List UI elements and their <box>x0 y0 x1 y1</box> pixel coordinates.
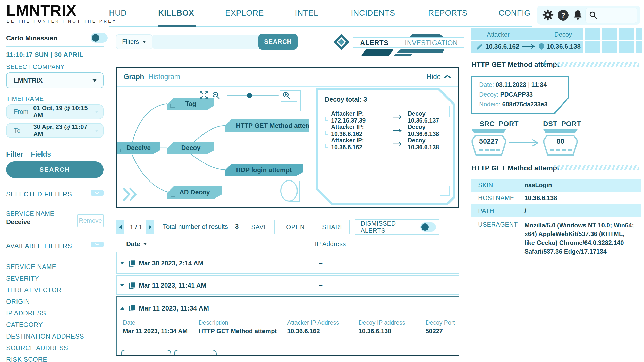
tab-filter[interactable]: Filter <box>6 150 23 158</box>
graph-node-http-get[interactable]: HTTP GET Method attempt <box>225 119 309 132</box>
row-action-tab[interactable] <box>121 350 171 355</box>
filters-dropdown[interactable]: Filters <box>116 34 152 49</box>
company-select[interactable]: LMNTRIX <box>6 72 104 88</box>
row-action-tab[interactable] <box>174 350 217 355</box>
kv-key: USERAGENT <box>478 217 524 258</box>
graph-node-rdp[interactable]: RDP login attempt <box>225 164 303 176</box>
decoy-row[interactable]: Attacker IP: 172.16.37.39 Decoy 10.36.6.… <box>325 110 455 124</box>
graph-canvas[interactable]: Tag HTTP GET Method attempt Deceive Deco… <box>117 87 309 207</box>
chevron-down-icon <box>143 243 147 245</box>
tab-graph[interactable]: Graph <box>124 73 144 81</box>
dismissed-alerts-toggle[interactable] <box>420 222 436 232</box>
zoom-out-icon[interactable] <box>212 91 221 101</box>
graph-node-ad-decoy[interactable]: AD Decoy <box>167 186 222 199</box>
expand-chevrons-icon[interactable] <box>121 186 139 203</box>
tab-investigation[interactable]: INVESTIGATION <box>405 39 458 47</box>
graph-node-deceive[interactable]: Deceive <box>117 142 160 154</box>
page-next-button[interactable] <box>146 220 154 234</box>
timeframe-to-field[interactable]: To 30 Apr, 23 @ 11:07 AM <box>6 123 104 138</box>
nav-explore[interactable]: EXPLORE <box>225 8 264 18</box>
decoy-row[interactable]: Attacker IP: 10.36.6.162 Decoy 10.36.6.1… <box>325 137 455 151</box>
chevron-down-icon <box>92 79 97 82</box>
chevron-up-icon[interactable] <box>444 75 451 80</box>
sidebar-search-button[interactable]: SEARCH <box>6 161 104 178</box>
date-column-header[interactable]: Date <box>126 240 147 248</box>
zoom-slider-track[interactable] <box>227 95 279 96</box>
collapse-caret-icon[interactable] <box>120 307 124 310</box>
filter-item-risk-score[interactable]: RISK SCORE <box>6 356 47 362</box>
main-search-button[interactable]: SEARCH <box>258 34 298 50</box>
tab-histogram[interactable]: Histogram <box>148 73 180 81</box>
share-button[interactable]: SHARE <box>317 220 350 234</box>
timeframe-from-field[interactable]: From 01 Oct, 19 @ 10:15 AM <box>6 104 104 119</box>
page-indicator: 1 / 1 <box>130 223 142 231</box>
col-header-decoy-ip: Decoy IP address <box>359 319 405 326</box>
table-row-expanded[interactable]: Mar 11 2023, 11:34 AM Date Description A… <box>116 296 459 356</box>
kv-row-useragent: USERAGENT Mozilla/5.0 (Windows NT 10.0; … <box>471 217 641 258</box>
gear-icon[interactable] <box>542 9 554 22</box>
main-search-input[interactable] <box>152 35 259 49</box>
filter-item-source-address[interactable]: SOURCE ADDRESS <box>6 344 68 352</box>
divider <box>6 188 104 188</box>
document-icon <box>128 281 136 291</box>
nav-reports[interactable]: REPORTS <box>428 8 468 18</box>
nav-incidents[interactable]: INCIDENTS <box>351 8 395 18</box>
dst-port-label: DST_PORT <box>543 120 581 128</box>
total-results-label: Total number of results <box>163 223 228 230</box>
graph-panel: Graph Histogram Hide Tag <box>116 67 459 208</box>
hide-panel-button[interactable]: Hide <box>426 73 441 81</box>
filter-item-ip-address[interactable]: IP ADDRESS <box>6 309 46 317</box>
nav-killbox[interactable]: KILLBOX <box>158 8 194 18</box>
alerts-investigation-switch: ALERTS INVESTIGATION <box>332 31 465 59</box>
page-prev-button[interactable] <box>116 220 124 234</box>
table-row[interactable]: Mar 11 2023, 11:41 AM – <box>116 275 459 295</box>
save-button[interactable]: SAVE <box>245 220 275 234</box>
zoom-in-icon[interactable] <box>282 91 291 101</box>
separator: | <box>528 81 530 88</box>
decoy-row-decoy: Decoy 10.36.6.137 <box>408 110 455 124</box>
nav-config[interactable]: CONFIG <box>499 8 531 18</box>
caret-left-icon <box>119 225 122 229</box>
user-toggle[interactable] <box>91 33 108 43</box>
remove-filter-button[interactable]: Remove <box>77 214 104 227</box>
nav-hud[interactable]: HUD <box>109 8 127 18</box>
lasso-circle-icon[interactable] <box>279 179 302 204</box>
expand-caret-icon[interactable] <box>120 262 124 264</box>
document-icon <box>128 304 136 313</box>
zoom-slider-handle[interactable] <box>247 93 252 98</box>
user-name: Carlo Minassian <box>6 34 57 42</box>
date-header-label: Date <box>126 240 140 248</box>
bell-icon[interactable] <box>572 9 583 21</box>
expand-caret-icon[interactable] <box>120 284 124 287</box>
ip-column-header: IP Address <box>315 240 346 248</box>
filter-item-service-name[interactable]: SERVICE NAME <box>6 263 56 271</box>
filter-item-threat-vector[interactable]: THREAT VECTOR <box>6 286 62 294</box>
selected-filter-value: Deceive <box>6 218 31 226</box>
section-title: HTTP GET Method attempt <box>471 164 560 172</box>
tab-alerts[interactable]: ALERTS <box>360 39 388 47</box>
open-button[interactable]: OPEN <box>280 220 311 234</box>
nodeid-label: Nodeid: <box>479 101 501 108</box>
chevron-down-icon <box>142 41 146 43</box>
crosshair-icon <box>281 101 297 102</box>
tab-fields[interactable]: Fields <box>31 150 51 158</box>
filter-item-origin[interactable]: ORIGIN <box>6 298 30 305</box>
help-icon[interactable]: ? <box>558 10 569 21</box>
toggle-knob <box>92 34 99 42</box>
search-icon[interactable] <box>589 11 598 21</box>
table-row[interactable]: Mar 30 2023, 2:14 AM – <box>116 252 459 274</box>
corner-bracket-line <box>449 186 450 196</box>
filter-item-category[interactable]: CATEGORY <box>6 321 43 329</box>
available-filters-collapse-button[interactable] <box>91 242 104 247</box>
filter-item-destination-address[interactable]: DESTINATION ADDRESS <box>6 333 84 340</box>
arrow-right-icon <box>393 142 403 146</box>
graph-panel-body: Tag HTTP GET Method attempt Deceive Deco… <box>117 87 458 207</box>
selected-filters-collapse-button[interactable] <box>91 190 104 196</box>
filter-item-severity[interactable]: SEVERITY <box>6 275 39 282</box>
graph-node-decoy[interactable]: Decoy <box>167 142 214 154</box>
fit-screen-icon[interactable] <box>199 90 209 101</box>
diamond-icon <box>333 34 349 50</box>
row-date: Mar 30 2023, 2:14 AM <box>139 260 204 267</box>
nav-intel[interactable]: INTEL <box>295 8 318 18</box>
decoy-row[interactable]: Attacker IP: 10.36.6.162 Decoy 10.36.6.1… <box>325 124 455 137</box>
